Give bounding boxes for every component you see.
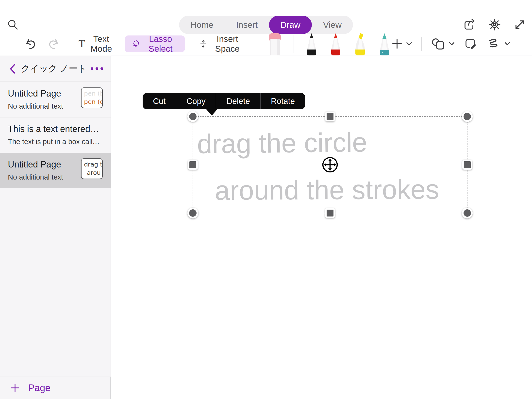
lasso-icon	[132, 38, 140, 50]
thumb-ink-line: pen (ora	[84, 98, 102, 106]
more-options-button[interactable]	[90, 61, 104, 76]
tab-insert[interactable]: Insert	[225, 16, 269, 34]
page-title: Untitled Page	[8, 88, 77, 99]
insert-space-label: Insert Space	[211, 34, 244, 54]
resize-handle-left-center[interactable]	[188, 160, 198, 170]
window-actions	[462, 17, 532, 32]
text-mode-icon: T	[79, 37, 85, 50]
page-list-item[interactable]: This is a text entered in… The text is p…	[0, 117, 111, 153]
tab-draw[interactable]: Draw	[269, 16, 312, 34]
cut-menu-item[interactable]: Cut	[143, 93, 176, 109]
page-subtitle: No additional text	[8, 173, 77, 181]
toolbar-divider	[69, 37, 69, 51]
settings-button[interactable]	[487, 17, 502, 32]
ellipsis-icon	[91, 67, 103, 70]
teal-pen-icon	[378, 33, 391, 55]
ink-effects-button[interactable]	[487, 38, 510, 49]
undo-icon	[25, 38, 37, 50]
menu-pointer	[206, 109, 217, 116]
yellow-highlighter-icon	[353, 33, 367, 55]
red-pen-icon	[329, 33, 343, 55]
gear-icon	[488, 18, 501, 31]
page-thumbnail: drag t arou	[81, 158, 103, 179]
plus-icon	[391, 38, 403, 50]
share-button[interactable]	[462, 17, 477, 32]
delete-menu-item[interactable]: Delete	[216, 93, 260, 109]
tab-view[interactable]: View	[312, 16, 353, 34]
resize-handle-top-left[interactable]	[187, 111, 198, 122]
search-icon	[7, 19, 19, 31]
page-title: Untitled Page	[8, 159, 77, 170]
tab-home[interactable]: Home	[179, 16, 225, 34]
ink-context-menu: Cut Copy Delete Rotate	[143, 93, 305, 109]
shapes-icon	[431, 38, 445, 50]
ink-stroke-text: around the strokes	[215, 176, 439, 204]
chevron-left-icon	[9, 64, 16, 74]
note-canvas[interactable]: Cut Copy Delete Rotate drag the circle a…	[111, 56, 532, 399]
insert-space-icon	[199, 38, 207, 50]
expand-icon	[514, 18, 526, 31]
draw-toolbar: T Text Mode Lasso Select Insert Space	[0, 32, 532, 55]
chevron-down-icon	[449, 42, 455, 46]
page-title: This is a text entered in…	[8, 124, 101, 134]
thumb-ink-line: drag t	[84, 160, 102, 169]
toolbar-right-group	[391, 37, 532, 51]
teal-pen-tool[interactable]	[378, 33, 391, 55]
black-pen-icon	[305, 33, 318, 55]
text-mode-label: Text Mode	[89, 34, 114, 54]
page-sidebar: クイック ノート Untitled Page No additional tex…	[0, 56, 111, 399]
resize-handle-bottom-right[interactable]	[462, 208, 473, 218]
redo-button[interactable]	[47, 36, 60, 51]
eraser-tool[interactable]	[267, 33, 283, 55]
lasso-select-button[interactable]: Lasso Select	[125, 35, 185, 52]
move-selection-handle[interactable]	[322, 156, 338, 173]
toolbar-divider	[294, 35, 294, 53]
toolbar-divider	[256, 35, 256, 53]
page-thumbnail: pen (bl pen (ora	[81, 87, 103, 108]
page-list-item[interactable]: Untitled Page No additional text pen (bl…	[0, 82, 111, 117]
note-pencil-icon	[465, 38, 477, 50]
add-page-button[interactable]: Page	[0, 377, 111, 399]
header: Home Insert Draw View	[0, 0, 532, 55]
copy-menu-item[interactable]: Copy	[176, 93, 216, 109]
thumb-ink-line: pen (bl	[84, 89, 102, 98]
add-page-label: Page	[28, 382, 50, 393]
resize-handle-bottom-center[interactable]	[325, 208, 335, 218]
thumb-ink-line: arou	[84, 169, 102, 177]
undo-button[interactable]	[25, 36, 37, 51]
page-subtitle: No additional text	[8, 102, 77, 110]
insert-space-button[interactable]: Insert Space	[199, 34, 244, 54]
shapes-button[interactable]	[431, 38, 455, 50]
resize-handle-top-right[interactable]	[462, 111, 473, 122]
eraser-icon	[267, 33, 283, 55]
search-button[interactable]	[5, 17, 20, 32]
resize-handle-top-center[interactable]	[325, 112, 335, 121]
black-pen-tool[interactable]	[305, 33, 318, 55]
yellow-highlighter-tool[interactable]	[353, 33, 367, 55]
sidebar-header: クイック ノート	[0, 56, 111, 82]
lasso-select-label: Lasso Select	[143, 34, 178, 54]
ink-to-text-button[interactable]	[465, 38, 477, 50]
fullscreen-button[interactable]	[512, 17, 527, 32]
pen-tray	[267, 32, 391, 55]
share-icon	[463, 18, 476, 31]
red-pen-tool[interactable]	[329, 33, 343, 55]
onenote-app: Home Insert Draw View	[0, 0, 532, 399]
page-subtitle: The text is put in a box called…	[8, 138, 101, 146]
resize-handle-right-center[interactable]	[462, 160, 472, 170]
add-pen-button[interactable]	[391, 38, 412, 50]
ink-selection-box[interactable]: drag the circle around the strokes	[193, 116, 467, 213]
text-mode-button[interactable]: T Text Mode	[79, 34, 114, 54]
move-icon	[322, 156, 338, 173]
plus-icon	[10, 383, 20, 393]
ribbon-tabs: Home Insert Draw View	[179, 16, 353, 34]
back-button[interactable]	[7, 61, 18, 76]
chevron-down-icon	[504, 42, 510, 46]
resize-handle-bottom-left[interactable]	[187, 208, 198, 218]
notebook-title: クイック ノート	[18, 63, 90, 75]
page-list-item-selected[interactable]: Untitled Page No additional text drag t …	[0, 153, 111, 188]
ink-stroke-text: drag the circle	[197, 129, 367, 157]
scribble-icon	[487, 38, 501, 49]
chevron-down-icon	[406, 42, 412, 46]
rotate-menu-item[interactable]: Rotate	[261, 93, 305, 109]
